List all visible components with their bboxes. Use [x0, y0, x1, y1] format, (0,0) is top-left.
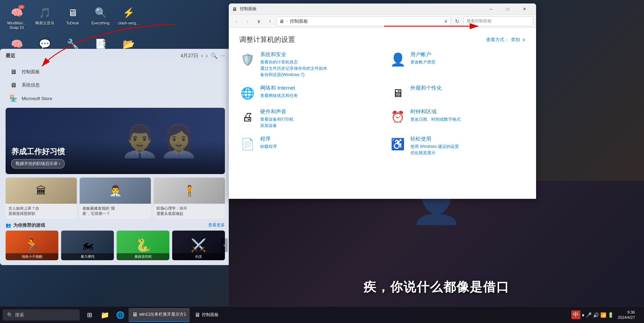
expand-button[interactable]: ∨: [254, 16, 264, 26]
system-tray[interactable]: 中 ♦ 🎤 🔊 📶 🔋: [569, 310, 616, 319]
game-card-subway[interactable]: 🏃 地铁小子跑酷: [6, 231, 58, 260]
taskbar-search[interactable]: 🔍 搜索: [3, 309, 80, 321]
forward-button[interactable]: ›: [243, 16, 253, 26]
news-card-2[interactable]: 🧍 职场心理学：你不需要从底层做起: [154, 178, 225, 219]
user-accounts-icon: 👤: [389, 51, 406, 68]
games-header: 👥 为你推荐的游戏 查看更多: [6, 222, 225, 228]
nav-prev-btn[interactable]: ‹: [201, 53, 203, 59]
controlpanel-icon: 🖥: [8, 67, 18, 77]
cp-item-title-hardware[interactable]: 硬件和声音: [260, 108, 294, 115]
widgets-search-btn[interactable]: 🔍: [211, 52, 218, 59]
game-card-moto[interactable]: 🏍 暴力摩托: [61, 231, 114, 260]
game-card-snake[interactable]: 🐍 暴躁贪吃蛇: [117, 231, 169, 260]
news-banner[interactable]: 👨‍💼👩‍💼 养成工作好习惯 甄嬛开挂的职场启示录 ›: [6, 108, 225, 174]
todesk-label: ToDesk: [66, 21, 79, 25]
taskbar-right: 中 ♦ 🎤 🔊 📶 🔋 9:36 2024/4/27: [569, 310, 644, 320]
cp-item-info-programs: 程序 卸载程序: [260, 136, 277, 150]
back-button[interactable]: ‹: [232, 16, 241, 26]
cp-item-title-network[interactable]: 网络和 Internet: [260, 85, 298, 91]
cp-item-title-clock[interactable]: 时钟和区域: [410, 108, 461, 115]
cp-item-title-ease-access[interactable]: 轻松使用: [410, 136, 459, 142]
desktop-icon-todesk[interactable]: 🖥 ToDesk: [59, 3, 86, 32]
cp-item-info-user-accounts: 用户帐户 更改帐户类型: [410, 51, 436, 65]
cp-view-chevron-icon: ∨: [522, 37, 526, 42]
netease-label: 网易云音乐: [35, 21, 54, 25]
taskbar-explorer-btn[interactable]: 📁: [98, 308, 112, 322]
cp-item-desc-system-security: 查看你的计算机状态 通过文件历史记录保存你的文件副本备份和还原(Windows …: [260, 59, 327, 78]
games-people-icon: 👥: [6, 223, 11, 228]
tray-clock[interactable]: 9:36 2024/4/27: [618, 310, 635, 320]
up-button[interactable]: ↑: [265, 16, 275, 26]
cp-item-info-clock: 时钟和区域 更改日期、时间或数字格式: [410, 108, 461, 122]
address-bar[interactable]: 🖥 › 控制面板 ∨: [276, 16, 451, 26]
cp-item-user-accounts[interactable]: 👤 用户帐户 更改帐户类型: [389, 51, 526, 78]
cp-page-title: 调整计算机的设置: [239, 35, 295, 44]
desktop-icon-mindmanager[interactable]: 🧠 23 MindMan...Snap 23: [3, 3, 30, 32]
banner-cta-button[interactable]: 甄嬛开挂的职场启示录 ›: [11, 159, 65, 168]
cp-header: 调整计算机的设置 查看方式： 类别 ∨: [239, 35, 526, 44]
recent-item-sysinfo[interactable]: 🖥 系统信息: [6, 78, 225, 92]
speaker-tray-icon: 🔊: [593, 312, 599, 318]
taskbar-edge-btn[interactable]: 🌐: [113, 308, 127, 322]
everything-label: Everything: [92, 21, 110, 25]
taskbar-win11tasks-btn[interactable]: 🖥 win11任务栏展开显示方1: [129, 308, 190, 322]
wechat-icon: 💬: [39, 38, 51, 50]
address-dropdown-icon[interactable]: ∨: [444, 18, 448, 24]
desktop-icon-netease[interactable]: 🎵 网易云音乐: [31, 3, 58, 32]
refresh-button[interactable]: ↻: [452, 16, 462, 26]
recent-item-msstore[interactable]: 🏪 Microsoft Store: [6, 92, 225, 105]
desktop-icon-everything[interactable]: 🔍 Everything: [87, 3, 114, 32]
cp-view-label: 查看方式：: [486, 37, 509, 43]
news-card-1[interactable]: 👨‍💼 老板最难发现的 '摸鱼'，它排第一？: [80, 178, 151, 219]
network-icon: 🌐: [239, 85, 256, 102]
battery-tray-icon: 🔋: [608, 312, 614, 318]
widgets-panel: 最近 4月27日 ‹ › 🔍 ··· 🖥 控制面板 🖥 系统信息 🏪 M: [0, 49, 230, 265]
cp-item-appearance[interactable]: 🖥 外观和个性化: [389, 85, 526, 102]
clash-icon: ⚡: [123, 7, 135, 18]
taskbar-controlpanel-btn[interactable]: 🖥 控制面板: [191, 308, 222, 322]
game-label-subway: 地铁小子跑酷: [6, 253, 58, 260]
news-card-title-2: 职场心理学：你不需要从底层做起: [156, 206, 222, 217]
controlpanel-taskbar-label: 控制面板: [202, 312, 219, 318]
widgets-more-btn[interactable]: ···: [220, 53, 225, 59]
win11tasks-label: win11任务栏展开显示方1: [139, 311, 186, 317]
desktop-icon-clash[interactable]: ⚡ clash-verg...: [115, 3, 142, 32]
games-view-more-btn[interactable]: 查看更多: [208, 222, 225, 228]
cp-item-ease-access[interactable]: ♿ 轻松使用 使用 Windows 建议的设置 优化视觉显示: [389, 136, 526, 156]
maximize-button[interactable]: □: [500, 3, 516, 15]
system-security-icon: 🛡️: [239, 51, 256, 68]
cp-item-desc-user-accounts: 更改帐户类型: [410, 59, 436, 65]
games-next-btn[interactable]: ›: [221, 238, 228, 252]
cp-item-info-network: 网络和 Internet 查看网络状态和任务: [260, 85, 298, 99]
minimize-button[interactable]: ─: [483, 3, 499, 15]
cp-view-toggle[interactable]: 查看方式： 类别 ∨: [486, 37, 526, 43]
cp-item-title-system-security[interactable]: 系统和安全: [260, 51, 327, 58]
cp-item-programs[interactable]: 📄 程序 卸载程序: [239, 136, 375, 156]
cp-item-network[interactable]: 🌐 网络和 Internet 查看网络状态和任务: [239, 85, 375, 102]
cp-item-system-security[interactable]: 🛡️ 系统和安全 查看你的计算机状态 通过文件历史记录保存你的文件副本备份和还原…: [239, 51, 375, 78]
nav-next-btn[interactable]: ›: [206, 53, 207, 59]
taskbar-taskview-btn[interactable]: ⊞: [82, 308, 96, 322]
cp-item-title-user-accounts[interactable]: 用户帐户: [410, 51, 436, 58]
recent-item-controlpanel[interactable]: 🖥 控制面板: [6, 65, 225, 78]
cp-item-title-programs[interactable]: 程序: [260, 136, 277, 142]
news-feed: 👨‍💼👩‍💼 养成工作好习惯 甄嬛开挂的职场启示录 › 🏛 古人如何上班？自居易…: [0, 108, 230, 265]
clash-label: clash-verg...: [118, 21, 139, 25]
window-titlebar: 🖥 控制面板 ─ □ ✕: [229, 3, 536, 15]
cp-item-hardware[interactable]: 🖨 硬件和声音 查看设备和打印机 添加设备: [239, 108, 375, 129]
search-box[interactable]: 搜索控制面板: [463, 16, 533, 26]
window-controls: ─ □ ✕: [483, 3, 533, 15]
banner-title: 养成工作好习惯: [11, 147, 219, 157]
cp-item-title-appearance[interactable]: 外观和个性化: [410, 85, 442, 91]
news-card-0[interactable]: 🏛 古人如何上班？自居易觉得想辞职: [6, 178, 77, 219]
cp-item-clock[interactable]: ⏰ 时钟和区域 更改日期、时间或数字格式: [389, 108, 526, 129]
controlpanel-taskbar-icon: 🖥: [195, 312, 200, 318]
widgets-header-right: 4月27日 ‹ › 🔍 ···: [181, 52, 225, 59]
cp-item-info-system-security: 系统和安全 查看你的计算机状态 通过文件历史记录保存你的文件副本备份和还原(Wi…: [260, 51, 327, 78]
game-label-jianling: 剑灵: [172, 253, 225, 260]
close-button[interactable]: ✕: [517, 3, 533, 15]
game-card-jianling[interactable]: ⚔️ 剑灵: [172, 231, 225, 260]
window-toolbar: ‹ › ∨ ↑ 🖥 › 控制面板 ∨ ↻ 搜索控制面板: [229, 15, 536, 28]
address-path: 控制面板: [290, 18, 308, 24]
msstore-label: Microsoft Store: [22, 96, 52, 101]
